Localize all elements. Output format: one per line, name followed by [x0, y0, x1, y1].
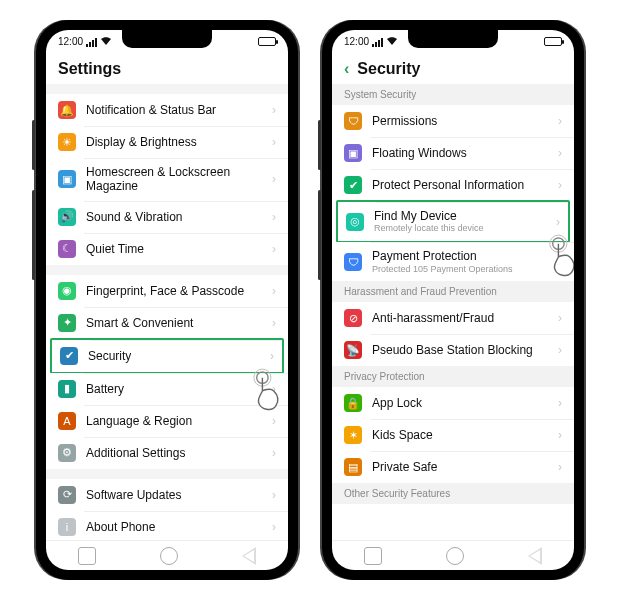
- info-icon: i: [58, 518, 76, 536]
- chevron-right-icon: ›: [558, 146, 562, 160]
- shield-icon: ✔: [60, 347, 78, 365]
- nav-bar: [46, 540, 288, 570]
- status-time: 12:00: [58, 36, 83, 47]
- chevron-right-icon: ›: [556, 215, 560, 229]
- chevron-right-icon: ›: [272, 242, 276, 256]
- nav-back-button[interactable]: [242, 547, 256, 565]
- shield-check-icon: ✔: [344, 176, 362, 194]
- window-icon: ▣: [344, 144, 362, 162]
- chevron-right-icon: ›: [272, 172, 276, 186]
- row-language[interactable]: A Language & Region ›: [46, 405, 288, 437]
- chevron-right-icon: ›: [272, 520, 276, 534]
- chevron-right-icon: ›: [558, 460, 562, 474]
- screen-left: 12:00 Settings 🔔 Notification & Status B…: [46, 30, 288, 570]
- wifi-icon: [101, 36, 111, 47]
- chevron-right-icon: ›: [272, 284, 276, 298]
- notch: [122, 30, 212, 48]
- moon-icon: ☾: [58, 240, 76, 258]
- row-smart[interactable]: ✦ Smart & Convenient ›: [46, 307, 288, 339]
- row-additional[interactable]: ⚙ Additional Settings ›: [46, 437, 288, 469]
- row-protect-info[interactable]: ✔ Protect Personal Information ›: [332, 169, 574, 201]
- title-bar: Settings: [46, 52, 288, 84]
- picture-icon: ▣: [58, 170, 76, 188]
- update-icon: ⟳: [58, 486, 76, 504]
- chevron-right-icon: ›: [270, 349, 274, 363]
- phone-frame-right: 12:00 ‹ Security System Security 🛡 Permi…: [322, 20, 584, 580]
- chevron-right-icon: ›: [272, 210, 276, 224]
- phone-frame-left: 12:00 Settings 🔔 Notification & Status B…: [36, 20, 298, 580]
- block-icon: ⊘: [344, 309, 362, 327]
- row-homescreen[interactable]: ▣ Homescreen & Lockscreen Magazine ›: [46, 158, 288, 201]
- row-kids-space[interactable]: ✶ Kids Space ›: [332, 419, 574, 451]
- status-time: 12:00: [344, 36, 369, 47]
- row-sound[interactable]: 🔊 Sound & Vibration ›: [46, 201, 288, 233]
- gear-icon: ⚙: [58, 444, 76, 462]
- row-updates[interactable]: ⟳ Software Updates ›: [46, 479, 288, 511]
- battery-icon: [258, 37, 276, 46]
- chevron-right-icon: ›: [558, 178, 562, 192]
- row-app-lock[interactable]: 🔒 App Lock ›: [332, 387, 574, 419]
- battery-icon: [544, 37, 562, 46]
- sun-icon: ☀: [58, 133, 76, 151]
- nav-home-button[interactable]: [446, 547, 464, 565]
- language-icon: A: [58, 412, 76, 430]
- chevron-right-icon: ›: [272, 446, 276, 460]
- row-battery[interactable]: ▮ Battery ›: [46, 373, 288, 405]
- safe-icon: ▤: [344, 458, 362, 476]
- speaker-icon: 🔊: [58, 208, 76, 226]
- shield-pay-icon: 🛡: [344, 253, 362, 271]
- security-list[interactable]: System Security 🛡 Permissions › ▣ Floati…: [332, 84, 574, 540]
- chevron-right-icon: ›: [272, 103, 276, 117]
- chevron-right-icon: ›: [272, 488, 276, 502]
- row-fingerprint[interactable]: ◉ Fingerprint, Face & Passcode ›: [46, 275, 288, 307]
- chevron-right-icon: ›: [558, 428, 562, 442]
- battery-row-icon: ▮: [58, 380, 76, 398]
- chevron-right-icon: ›: [558, 255, 562, 269]
- settings-list[interactable]: 🔔 Notification & Status Bar › ☀ Display …: [46, 84, 288, 540]
- shield-icon: 🛡: [344, 112, 362, 130]
- chevron-right-icon: ›: [272, 414, 276, 428]
- row-pseudo-base[interactable]: 📡 Pseudo Base Station Blocking ›: [332, 334, 574, 366]
- section-header: System Security: [332, 84, 574, 105]
- title-bar: ‹ Security: [332, 52, 574, 84]
- section-header: Harassment and Fraud Prevention: [332, 281, 574, 302]
- signal-icon: [372, 36, 384, 47]
- row-security[interactable]: ✔ Security ›: [50, 338, 284, 374]
- back-button[interactable]: ‹: [344, 60, 349, 78]
- page-title: Security: [357, 60, 420, 78]
- row-permissions[interactable]: 🛡 Permissions ›: [332, 105, 574, 137]
- section-header: Other Security Features: [332, 483, 574, 504]
- chevron-right-icon: ›: [272, 135, 276, 149]
- nav-recent-button[interactable]: [364, 547, 382, 565]
- fingerprint-icon: ◉: [58, 282, 76, 300]
- person-icon: ✶: [344, 426, 362, 444]
- lock-icon: 🔒: [344, 394, 362, 412]
- wifi-icon: [387, 36, 397, 47]
- smart-icon: ✦: [58, 314, 76, 332]
- signal-icon: [86, 36, 98, 47]
- nav-recent-button[interactable]: [78, 547, 96, 565]
- row-notification[interactable]: 🔔 Notification & Status Bar ›: [46, 94, 288, 126]
- antenna-icon: 📡: [344, 341, 362, 359]
- chevron-right-icon: ›: [558, 343, 562, 357]
- page-title: Settings: [58, 60, 121, 78]
- screen-right: 12:00 ‹ Security System Security 🛡 Permi…: [332, 30, 574, 570]
- nav-bar: [332, 540, 574, 570]
- row-find-my-device[interactable]: ◎ Find My Device Remotely locate this de…: [336, 200, 570, 243]
- chevron-right-icon: ›: [558, 114, 562, 128]
- row-about[interactable]: i About Phone ›: [46, 511, 288, 540]
- row-private-safe[interactable]: ▤ Private Safe ›: [332, 451, 574, 483]
- chevron-right-icon: ›: [558, 311, 562, 325]
- row-payment[interactable]: 🛡 Payment Protection Protected 105 Payme…: [332, 242, 574, 281]
- locate-icon: ◎: [346, 213, 364, 231]
- section-header: Privacy Protection: [332, 366, 574, 387]
- row-quiet[interactable]: ☾ Quiet Time ›: [46, 233, 288, 265]
- notch: [408, 30, 498, 48]
- nav-home-button[interactable]: [160, 547, 178, 565]
- row-floating[interactable]: ▣ Floating Windows ›: [332, 137, 574, 169]
- row-display[interactable]: ☀ Display & Brightness ›: [46, 126, 288, 158]
- bell-icon: 🔔: [58, 101, 76, 119]
- nav-back-button[interactable]: [528, 547, 542, 565]
- chevron-right-icon: ›: [558, 396, 562, 410]
- row-anti-harassment[interactable]: ⊘ Anti-harassment/Fraud ›: [332, 302, 574, 334]
